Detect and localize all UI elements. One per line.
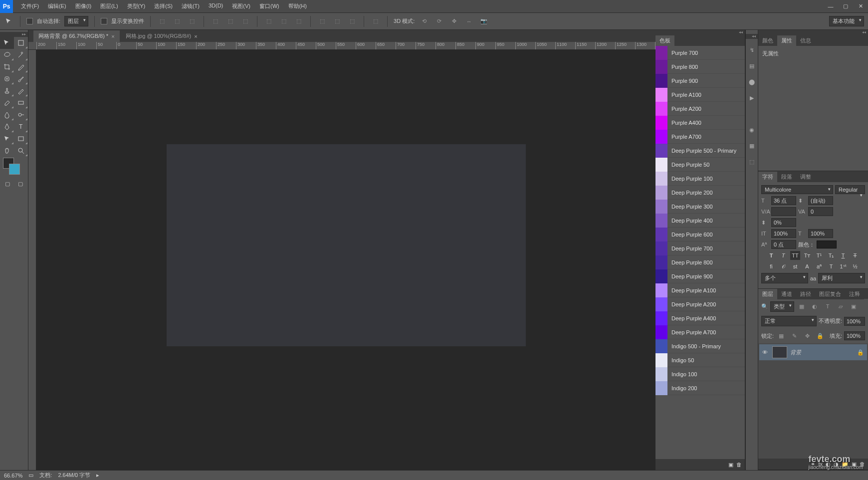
swatch-chip[interactable] xyxy=(655,60,667,74)
swatch-chip[interactable] xyxy=(655,325,667,339)
lock-trans-icon[interactable]: ▦ xyxy=(776,330,787,341)
magic-wand-tool[interactable] xyxy=(14,49,28,61)
ordinals-button[interactable]: aª xyxy=(814,262,824,271)
artboard-tool[interactable] xyxy=(14,37,28,49)
crop-tool[interactable] xyxy=(0,61,14,73)
distribute-h3-icon[interactable]: ⬚ xyxy=(347,16,358,27)
titling-button[interactable]: A xyxy=(802,262,812,271)
align-top-icon[interactable]: ⬚ xyxy=(157,16,168,27)
swatch-chip[interactable] xyxy=(655,353,667,367)
vscale-input[interactable] xyxy=(771,229,796,238)
swatch-row[interactable]: Deep Purple 300 xyxy=(655,200,745,214)
distribute-v3-icon[interactable]: ⬚ xyxy=(293,16,304,27)
distribute-v2-icon[interactable]: ⬚ xyxy=(278,16,289,27)
swatch-chip[interactable] xyxy=(655,46,667,60)
distribute-v1-icon[interactable]: ⬚ xyxy=(263,16,274,27)
swatch-chip[interactable] xyxy=(655,255,667,269)
menu-滤镜(T)[interactable]: 滤镜(T) xyxy=(178,0,204,12)
delete-swatch-icon[interactable]: 🗑 xyxy=(736,462,742,468)
document-canvas[interactable] xyxy=(167,144,526,346)
visibility-icon[interactable]: 👁 xyxy=(762,349,769,355)
rectangle-tool[interactable] xyxy=(14,133,28,145)
strikethrough-button[interactable]: T xyxy=(850,251,860,260)
maximize-button[interactable]: ▢ xyxy=(838,1,853,11)
3d-roll-icon[interactable]: ⟳ xyxy=(434,16,444,27)
tab-通道[interactable]: 通道 xyxy=(777,289,796,299)
swatch-chip[interactable] xyxy=(655,367,667,381)
swatch-row[interactable]: Deep Purple A200 xyxy=(655,297,745,311)
eraser-tool[interactable] xyxy=(0,97,14,109)
close-button[interactable]: ✕ xyxy=(853,1,868,11)
brush-panel-icon[interactable]: ⬤ xyxy=(747,77,757,87)
hand-tool[interactable] xyxy=(0,145,14,157)
tab-color[interactable]: 颜色 xyxy=(758,35,777,46)
path-select-tool[interactable] xyxy=(0,133,14,145)
filter-pixel-icon[interactable]: ▦ xyxy=(796,301,807,312)
menu-帮助(H)[interactable]: 帮助(H) xyxy=(284,0,311,12)
blur-tool[interactable] xyxy=(0,109,14,121)
actions-panel-icon[interactable]: ▤ xyxy=(747,61,757,71)
menu-视图(V)[interactable]: 视图(V) xyxy=(228,0,254,12)
swatch-row[interactable]: Purple 900 xyxy=(655,74,745,88)
swatch-chip[interactable] xyxy=(655,269,667,283)
history-panel-icon[interactable]: ↯ xyxy=(747,45,757,55)
collapse-toggle[interactable]: ▸▸ xyxy=(0,32,28,37)
superscript-button[interactable]: T¹ xyxy=(814,251,824,260)
swatch-row[interactable]: Deep Purple 100 xyxy=(655,172,745,186)
tab-注释[interactable]: 注释 xyxy=(845,289,864,299)
font-style-dropdown[interactable]: Regular xyxy=(835,185,865,194)
smallcaps-button[interactable]: Tᴛ xyxy=(802,251,812,260)
leading-input[interactable] xyxy=(808,196,833,205)
baseline-input[interactable] xyxy=(771,240,796,249)
swatch-chip[interactable] xyxy=(655,339,667,353)
halfwidth-button[interactable]: ½ xyxy=(850,262,860,271)
clone-stamp-tool[interactable] xyxy=(0,85,14,97)
tab-路径[interactable]: 路径 xyxy=(796,289,815,299)
tab-character[interactable]: 字符 xyxy=(758,172,777,182)
swatch-row[interactable]: Purple A400 xyxy=(655,116,745,130)
swatch-chip[interactable] xyxy=(655,311,667,325)
swatch-row[interactable]: Purple A100 xyxy=(655,88,745,102)
layer-thumbnail[interactable] xyxy=(772,346,787,358)
align-right-icon[interactable]: ⬚ xyxy=(240,16,251,27)
swatch-row[interactable]: Indigo 100 xyxy=(655,367,745,381)
distribute-h1-icon[interactable]: ⬚ xyxy=(317,16,328,27)
swatch-chip[interactable] xyxy=(655,200,667,214)
menu-选择(S)[interactable]: 选择(S) xyxy=(150,0,177,12)
auto-select-checkbox[interactable] xyxy=(26,18,33,24)
lock-all-icon[interactable]: 🔒 xyxy=(815,330,826,341)
swatch-chip[interactable] xyxy=(655,283,667,297)
subscript-button[interactable]: T₁ xyxy=(826,251,836,260)
layers-list[interactable]: 👁 背景 🔒 xyxy=(758,343,868,459)
document-tab[interactable]: 网格背景 @ 66.7%(RGB/8) *× xyxy=(33,30,120,42)
3d-slide-icon[interactable]: ↔ xyxy=(463,16,474,27)
eyedropper-tool[interactable] xyxy=(14,61,28,73)
tab-close-icon[interactable]: × xyxy=(111,33,114,39)
filter-smart-icon[interactable]: ▣ xyxy=(848,301,859,312)
collapse-toggle[interactable]: ◂◂ xyxy=(758,30,868,35)
swatch-row[interactable]: Deep Purple 500 - Primary xyxy=(655,144,745,158)
font-family-dropdown[interactable]: Multicolore xyxy=(761,185,833,194)
swatch-row[interactable]: Deep Purple A700 xyxy=(655,325,745,339)
spot-heal-tool[interactable] xyxy=(0,73,14,85)
workspace-dropdown[interactable]: 基本功能 xyxy=(829,16,864,26)
quick-mask-icon[interactable]: ▢ xyxy=(1,178,14,190)
swatch-chip[interactable] xyxy=(655,102,667,116)
swatch-row[interactable]: Deep Purple 900 xyxy=(655,269,745,283)
align-hcenter-icon[interactable]: ⬚ xyxy=(225,16,236,27)
tab-图层[interactable]: 图层 xyxy=(758,289,777,299)
text-color-swatch[interactable] xyxy=(817,240,837,248)
blend-mode-dropdown[interactable]: 正常 xyxy=(761,316,817,326)
status-arrow-icon[interactable]: ▸ xyxy=(96,472,99,479)
underline-button[interactable]: T xyxy=(838,251,848,260)
document-tab[interactable]: 网格.jpg @ 100%(RGB/8#)× xyxy=(121,30,203,42)
fill-input[interactable] xyxy=(844,331,865,340)
brush-tool[interactable] xyxy=(14,73,28,85)
move-tool-icon[interactable] xyxy=(4,16,14,26)
tab-info[interactable]: 信息 xyxy=(796,35,815,46)
nav-panel-icon[interactable]: ▦ xyxy=(747,141,757,151)
tab-paragraph[interactable]: 段落 xyxy=(777,172,796,182)
swatch-row[interactable]: Deep Purple 600 xyxy=(655,228,745,241)
ordinal-button[interactable]: 1ˢᵗ xyxy=(838,262,848,271)
tab-swatches[interactable]: 色板 xyxy=(655,35,674,46)
